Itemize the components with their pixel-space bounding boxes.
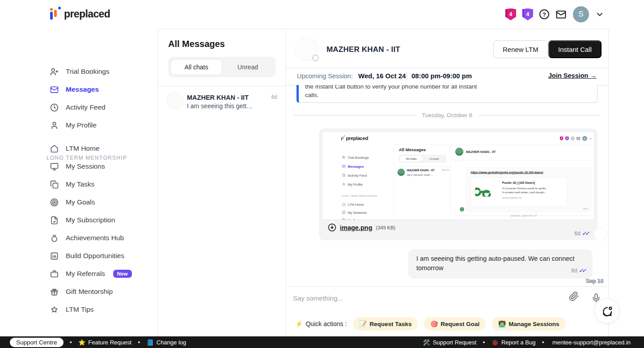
thumb-link-message: https://www.geeksforgeeks.org/puzzle-16-… (466, 167, 591, 212)
sidebar-item-gift-mentorship[interactable]: Gift Mentorship (50, 283, 113, 301)
thumb-date-divider: Saturday, September 14 (454, 214, 593, 217)
thumb-list-title: All Messages (399, 147, 426, 152)
file-name-link[interactable]: image.png (340, 224, 373, 231)
mail-icon (50, 85, 59, 94)
sidebar-item-my-tasks[interactable]: My Tasks (50, 175, 94, 193)
peer-name: MAZHER KHAN - IIT (326, 45, 400, 54)
user-avatar[interactable]: S (573, 6, 589, 22)
thumb-sidebar-item: Activity Feed (342, 172, 367, 178)
sidebar-nav: Trial Bookings Messages Activity Feed My… (0, 29, 157, 336)
date-divider: Tuesday, October 8 (294, 112, 600, 119)
chat-list-item[interactable]: MAZHER KHAN - IIT 6d I am seeeing this g… (157, 88, 285, 115)
right-divider (608, 29, 609, 336)
thumb-sidebar-item: My Sessions (342, 209, 367, 216)
sidebar-item-my-goals[interactable]: My Goals (50, 193, 95, 211)
support-centre-button[interactable]: Support Centre (10, 338, 64, 347)
tools-icon: 🛠️ (423, 339, 430, 346)
chat-bubble-icon (601, 305, 613, 317)
tab-all-chats[interactable]: All chats (170, 59, 222, 75)
mail-icon[interactable] (555, 9, 567, 20)
chatlist-top-divider (157, 86, 285, 86)
thumb-small-avatar (460, 207, 464, 212)
preplaced-logo-icon (50, 7, 61, 21)
image-attachment-preview[interactable]: preplaced Trial Bookings Messages Activi… (322, 131, 595, 220)
sidebar-item-my-referrals[interactable]: My Referrals New (50, 265, 132, 283)
chat-list-tabs: All chats Unread (168, 57, 275, 77)
chat-item-time: 6d (271, 94, 277, 100)
sidebar-item-ltm-home[interactable]: LTM Home (50, 140, 100, 157)
change-log-link[interactable]: 📘 Change log (147, 339, 186, 346)
quick-actions-label: ⚡ Quick actions : (295, 320, 347, 327)
thumb-topbar-icons: 4 4 ? S (560, 136, 593, 141)
report-bug-link[interactable]: 🐞 Report a Bug (491, 339, 536, 346)
home-icon (50, 144, 59, 153)
status-ring (312, 55, 319, 61)
download-icon[interactable] (328, 223, 336, 232)
thumb-sidebar-item: LTM Home (342, 201, 364, 208)
star-icon: ⭐ (78, 339, 85, 346)
streak-badge-pink[interactable]: 4 (505, 8, 516, 21)
dart-icon: 🎯 (430, 320, 438, 327)
sidebar-item-my-sessions[interactable]: My Sessions (50, 157, 105, 175)
sidebar-item-achievements-hub[interactable]: Achievements Hub (50, 229, 124, 247)
help-icon[interactable]: ? (539, 9, 549, 19)
chat-list-title: All Messages (168, 39, 225, 49)
double-check-icon: ✓✓ (582, 230, 589, 237)
join-session-link[interactable]: Join Session → (548, 72, 597, 79)
peer-avatar (295, 38, 318, 61)
session-label: Upcoming Session: (297, 72, 353, 80)
tab-unread[interactable]: Unread (222, 59, 273, 75)
system-message-line2: calls. (305, 91, 520, 99)
thumb-section-label: LONG TERM MENTORSHIP (341, 195, 377, 197)
session-separator (406, 72, 407, 81)
manage-sessions-button[interactable]: 👨‍💻 Manage Sessions (492, 317, 565, 331)
topbar-actions: 4 4 ? S (505, 0, 604, 29)
sidebar-divider (157, 29, 158, 336)
user-icon (50, 121, 59, 130)
file-icon (50, 216, 59, 225)
footer-bar: Support Centre ● ⭐ Feature Request ● 📘 C… (0, 336, 644, 348)
medal-icon (50, 234, 59, 242)
new-badge: New (113, 270, 132, 278)
system-message-line1: the Instant Call button to verify your p… (305, 85, 520, 91)
thumb-sidebar-item: Messages (342, 163, 364, 170)
thumb-sidebar-item: My Tasks (342, 216, 362, 220)
feature-request-link[interactable]: ⭐ Feature Request (78, 339, 131, 346)
thumb-preplaced-logo: preplaced (341, 136, 368, 141)
message-line1: I am seeeing this getting auto-paused. W… (416, 254, 585, 263)
preplaced-logo-text: preplaced (64, 7, 110, 21)
sidebar-item-my-profile[interactable]: My Profile (50, 116, 97, 134)
thumb-chat-avatar (398, 169, 405, 176)
chat-item-name: MAZHER KHAN - IIT (187, 94, 249, 101)
chevron-down-icon[interactable] (595, 10, 604, 19)
support-request-link[interactable]: 🛠️ Support Request (423, 339, 476, 346)
sidebar-item-ltm-tips[interactable]: LTM Tips (50, 301, 94, 318)
message-input[interactable] (293, 290, 557, 306)
briefcase-icon (50, 270, 59, 278)
quick-actions-row: ⚡ Quick actions : 📝 Request Tasks 🎯 Requ… (295, 317, 566, 331)
thumb-link-card: Puzzle 16 | (100 Doors) A Computer Scien… (471, 178, 568, 207)
image-message-bubble: preplaced Trial Bookings Messages Activi… (319, 128, 597, 240)
sidebar-item-build-opportunities[interactable]: Build Opportunities (50, 247, 124, 265)
request-tasks-button[interactable]: 📝 Request Tasks (353, 317, 418, 331)
chat-item-preview: I am seeeing this gett… (187, 102, 253, 110)
double-check-icon: ✓✓ (579, 266, 586, 276)
renew-ltm-button[interactable]: Renew LTM (493, 40, 548, 58)
sidebar-item-activity-feed[interactable]: Activity Feed (50, 98, 106, 116)
chat-widget-button[interactable] (594, 298, 619, 323)
gift-icon (50, 288, 59, 296)
date-stamp-overlap: Sep 14 Sep 13 (577, 278, 604, 284)
lightning-icon: ⚡ (295, 320, 303, 327)
thumb-sidebar-item: My Profile (342, 181, 363, 187)
attachment-paperclip-icon[interactable] (569, 291, 579, 301)
sidebar-item-my-subscription[interactable]: My Subscription (50, 211, 115, 229)
streak-badge-purple[interactable]: 4 (522, 8, 533, 21)
request-goal-button[interactable]: 🎯 Request Goal (424, 317, 486, 331)
file-size: (349 KB) (376, 225, 395, 230)
support-email[interactable]: mentee-support@preplaced.in (552, 339, 631, 346)
sidebar-item-messages[interactable]: Messages (50, 81, 99, 98)
sidebar-item-trial-bookings[interactable]: Trial Bookings (50, 63, 110, 81)
own-avatar (593, 227, 607, 241)
instant-call-button[interactable]: Instant Call (548, 40, 602, 58)
preplaced-logo[interactable]: preplaced (50, 7, 110, 21)
